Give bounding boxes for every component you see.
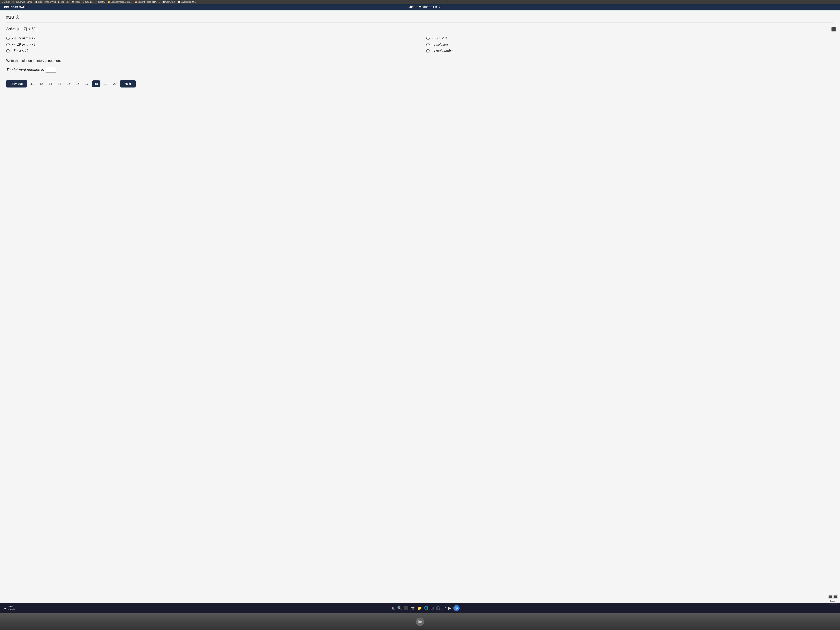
folder-icon[interactable]: 📁	[417, 606, 422, 610]
page-13[interactable]: 13	[47, 81, 54, 87]
problem-statement: Solve |x − 7| < 12 .	[6, 27, 834, 31]
taskbar-center: ⊞ 🔍 ⬛ 📷 📁 🌐 ⊞ 🎧 🛡 ▶ hp	[392, 605, 459, 611]
bookmark-spotify[interactable]: 🎵 Spotify	[95, 1, 105, 3]
rheum-email-icon: ✉	[13, 1, 14, 3]
bookmark-youtube[interactable]: ▶ YouTube	[58, 1, 69, 3]
maps-icon: 🗺	[72, 1, 74, 3]
answer-choices: x < −5 or x > 19 −5 < x < 0 x < 19 or x …	[6, 36, 834, 53]
choice-d-text: no solution	[432, 43, 448, 46]
choice-e-text: −5 < x < 19	[12, 49, 28, 53]
choice-b-text: −5 < x < 0	[432, 36, 447, 40]
radio-c[interactable]	[6, 43, 9, 46]
support-label: Support	[830, 600, 836, 602]
radio-d[interactable]	[426, 43, 429, 46]
radio-f[interactable]	[426, 49, 429, 52]
shield-icon[interactable]: 🛡	[442, 606, 446, 610]
play-icon[interactable]: ▶	[448, 606, 451, 610]
question-container: ⬛ #18 i Solve |x − 7| < 12 . x < −5 or x…	[0, 10, 840, 603]
support-icon-2[interactable]: ⬛	[833, 595, 838, 599]
camera-icon[interactable]: 📷	[411, 606, 415, 610]
brandsmart-icon: 📶	[108, 1, 110, 3]
user-name: JOSE MONDEJAR	[409, 5, 437, 9]
page-17[interactable]: 17	[83, 81, 91, 87]
diversified-icon: 📄	[178, 1, 180, 3]
radio-a[interactable]	[6, 37, 9, 40]
choice-e[interactable]: −5 < x < 19	[6, 49, 414, 53]
bookmark-corrlinks[interactable]: 📄 CorrLinks	[162, 1, 175, 3]
weather-info: 77°F Cloudy	[8, 606, 15, 611]
next-button[interactable]: Next	[120, 80, 136, 87]
laptop-base: hp	[0, 613, 840, 630]
youtube-icon: ▶	[58, 1, 60, 3]
choice-f-text: all real numbers	[432, 49, 455, 53]
interval-input[interactable]	[46, 67, 56, 73]
interval-period: .	[58, 68, 59, 72]
grid-icon[interactable]: ⊞	[431, 606, 434, 610]
support-icon-1[interactable]: ⬛	[828, 595, 832, 599]
support-icons: ⬛ ⬛	[828, 595, 838, 599]
radio-b[interactable]	[426, 37, 429, 40]
bookmark-maps[interactable]: 🗺 Maps	[72, 1, 81, 3]
windows-icon[interactable]: ⊞	[392, 606, 395, 610]
google-icon: G	[83, 1, 85, 3]
choice-c-text: x < 19 or x > −5	[12, 43, 35, 46]
problem-number-section: #18 i	[6, 14, 834, 23]
bookmarks-bar: G Gmail ✉ Rheumwell Email 📋 Cliq - Rheum…	[0, 0, 840, 4]
page-15[interactable]: 15	[65, 81, 72, 87]
weather-desc: Cloudy	[8, 608, 15, 611]
cliq-icon: 📋	[35, 1, 38, 3]
app-header: BIG IDEAS MATH JOSE MONDEJAR ∨	[0, 4, 840, 10]
taskbar: ☁ 77°F Cloudy ⊞ 🔍 ⬛ 📷 📁 🌐 ⊞ 🎧 🛡 ▶ hp	[0, 603, 840, 613]
hp-logo: hp	[416, 617, 424, 626]
gmail-icon: G	[2, 1, 3, 3]
bookmark-diversified[interactable]: 📄 Diversified M...	[178, 1, 196, 3]
user-chevron-icon[interactable]: ∨	[439, 6, 441, 8]
choice-d[interactable]: no solution	[426, 43, 834, 46]
weather-temp: 77°F	[8, 606, 15, 608]
edit-icon[interactable]: ⬛	[831, 27, 836, 32]
write-solution-label: Write the solution in interval notation.	[6, 59, 834, 63]
page-14[interactable]: 14	[56, 81, 63, 87]
user-info: JOSE MONDEJAR ∨	[409, 5, 441, 9]
spotify-icon: 🎵	[95, 1, 98, 3]
corrlinks-icon: 📄	[162, 1, 165, 3]
bookmark-tenant[interactable]: 🏠 Tenant Portal HTA -...	[135, 1, 159, 3]
problem-number: #18	[6, 14, 14, 20]
info-icon[interactable]: i	[16, 16, 19, 19]
choice-b[interactable]: −5 < x < 0	[426, 36, 834, 40]
bookmark-brandsmart[interactable]: 📶 Brandsmart Electro...	[108, 1, 132, 3]
support-section: ⬛ ⬛ Support CalcChat	[828, 595, 838, 605]
tenant-icon: 🏠	[135, 1, 137, 3]
bookmark-google[interactable]: G Google	[83, 1, 93, 3]
headphone-icon[interactable]: 🎧	[436, 606, 441, 610]
calcchat-label: CalcChat	[829, 603, 837, 605]
page-16[interactable]: 16	[74, 81, 82, 87]
choice-a[interactable]: x < −5 or x > 19	[6, 36, 414, 40]
page-12[interactable]: 12	[38, 81, 45, 87]
interval-section: The interval notation is .	[6, 67, 834, 73]
taskbar-left: ☁ 77°F Cloudy	[3, 606, 15, 611]
page-20[interactable]: 20	[111, 81, 118, 87]
bookmark-cliq[interactable]: 📋 Cliq - RheumWell	[35, 1, 56, 3]
interval-label: The interval notation is	[6, 68, 44, 72]
page-18[interactable]: 18	[92, 81, 100, 87]
search-taskbar-icon[interactable]: 🔍	[397, 606, 402, 610]
taskview-icon[interactable]: ⬛	[404, 606, 409, 610]
app-name: BIG IDEAS MATH	[4, 6, 27, 9]
choice-c[interactable]: x < 19 or x > −5	[6, 43, 414, 46]
weather-icon: ☁	[3, 606, 7, 610]
bookmark-gmail[interactable]: G Gmail	[2, 1, 10, 3]
pagination: Previous 11 12 13 14 15 16 17 18 19 20 N…	[6, 80, 834, 87]
hp-taskbar-icon[interactable]: hp	[453, 605, 459, 611]
radio-e[interactable]	[6, 49, 9, 52]
page-19[interactable]: 19	[102, 81, 110, 87]
choice-a-text: x < −5 or x > 19	[12, 36, 35, 40]
choice-f[interactable]: all real numbers	[426, 49, 834, 53]
bookmark-rheum-email[interactable]: ✉ Rheumwell Email	[13, 1, 33, 3]
edge-icon[interactable]: 🌐	[424, 606, 428, 610]
previous-button[interactable]: Previous	[6, 80, 27, 87]
page-11[interactable]: 11	[28, 81, 36, 87]
